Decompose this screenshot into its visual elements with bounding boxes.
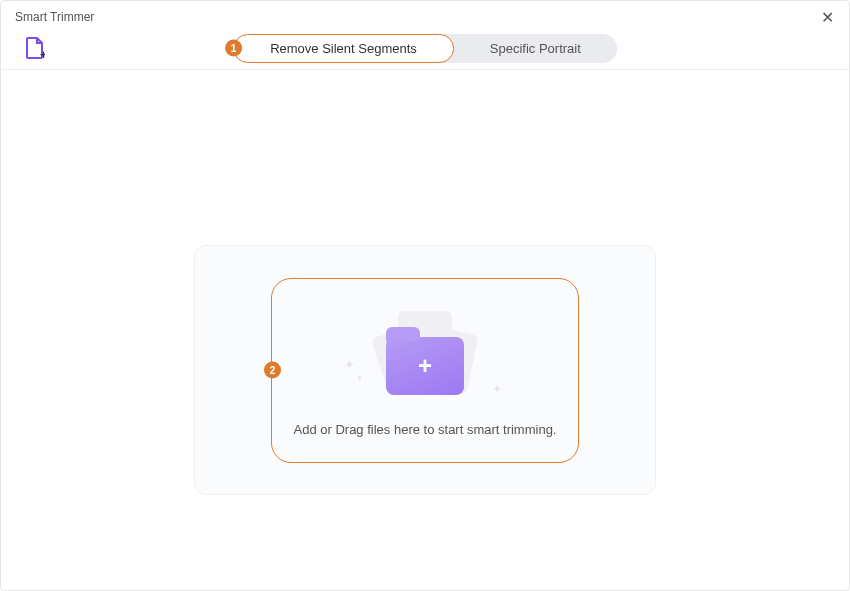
mode-tab-group: 1 Remove Silent Segments Specific Portra… (233, 34, 617, 63)
titlebar: Smart Trimmer ✕ (1, 1, 849, 31)
folder-icon: + (386, 337, 464, 395)
add-file-icon[interactable]: + (25, 37, 45, 59)
drop-panel: 2 ✦ ✦ ✦ + Add or Drag files here to star… (194, 245, 656, 495)
sparkle-icon: ✦ (344, 357, 355, 372)
sparkle-icon: ✦ (356, 373, 364, 383)
step-badge-2: 2 (264, 362, 281, 379)
toolbar: + 1 Remove Silent Segments Specific Port… (1, 31, 849, 70)
smart-trimmer-window: Smart Trimmer ✕ + 1 Remove Silent Segmen… (0, 0, 850, 591)
plus-icon: + (418, 354, 432, 378)
drop-instruction-text: Add or Drag files here to start smart tr… (294, 422, 557, 437)
step-badge-1: 1 (225, 40, 242, 57)
file-drop-zone[interactable]: 2 ✦ ✦ ✦ + Add or Drag files here to star… (271, 278, 579, 463)
sparkle-icon: ✦ (492, 382, 502, 396)
close-icon: ✕ (821, 8, 834, 27)
svg-text:+: + (40, 48, 45, 59)
main-area: 2 ✦ ✦ ✦ + Add or Drag files here to star… (1, 70, 849, 590)
folder-illustration: ✦ ✦ ✦ + (360, 309, 490, 404)
window-title: Smart Trimmer (15, 10, 94, 24)
tab-remove-silent-segments[interactable]: Remove Silent Segments (233, 34, 454, 63)
close-button[interactable]: ✕ (817, 7, 837, 27)
tab-specific-portrait[interactable]: Specific Portrait (454, 34, 617, 63)
